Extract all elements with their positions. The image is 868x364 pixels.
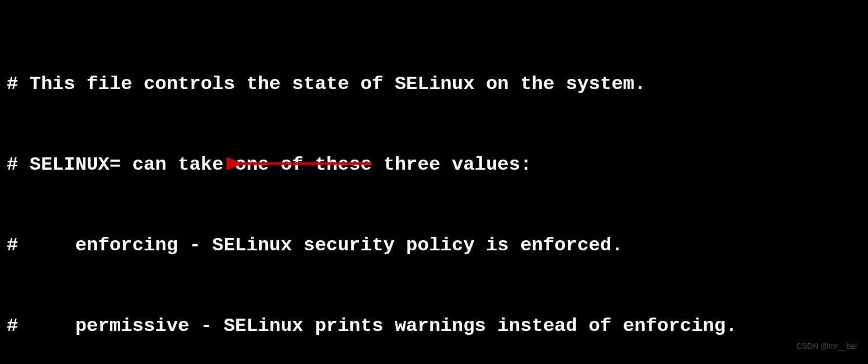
config-comment-line: # This file controls the state of SELinu… [7, 71, 861, 97]
config-comment-line: # enforcing - SELinux security policy is… [7, 232, 861, 259]
terminal-editor[interactable]: # This file controls the state of SELinu… [0, 0, 868, 364]
config-comment-line: # permissive - SELinux prints warnings i… [7, 312, 861, 339]
watermark-text: CSDN @mr__bai [796, 333, 857, 360]
config-comment-line: # SELINUX= can take one of these three v… [7, 151, 861, 178]
